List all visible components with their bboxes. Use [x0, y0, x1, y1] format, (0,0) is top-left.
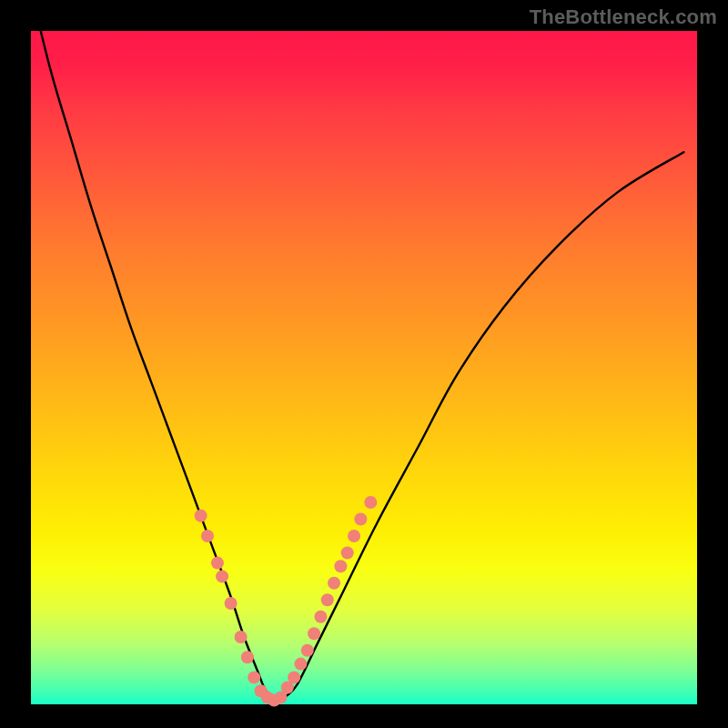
highlight-dot — [216, 570, 228, 582]
highlight-dot — [195, 510, 207, 522]
highlight-dot — [225, 597, 238, 610]
highlight-dot — [334, 560, 347, 572]
highlight-dot — [235, 631, 248, 643]
highlight-dot — [294, 658, 307, 671]
highlight-dot — [248, 671, 260, 683]
outer-frame: TheBottleneck.com — [0, 0, 728, 728]
watermark-text: TheBottleneck.com — [530, 5, 717, 29]
highlight-dot — [341, 547, 354, 560]
highlight-dot — [301, 644, 314, 657]
highlight-dot — [328, 577, 340, 590]
highlight-dot — [364, 496, 377, 509]
highlight-dot — [308, 627, 320, 640]
highlight-dot — [201, 530, 214, 542]
chart-svg — [31, 31, 697, 704]
bottleneck-curve — [31, 0, 683, 701]
highlight-dots — [195, 496, 378, 707]
highlight-dot — [211, 557, 224, 570]
highlight-dot — [321, 593, 334, 606]
highlight-dot — [348, 530, 360, 542]
curve-layer — [31, 0, 683, 701]
highlight-dot — [314, 611, 327, 623]
plot-area — [31, 31, 697, 704]
highlight-dot — [288, 671, 300, 683]
highlight-dot — [241, 651, 254, 663]
highlight-dot — [354, 513, 367, 526]
